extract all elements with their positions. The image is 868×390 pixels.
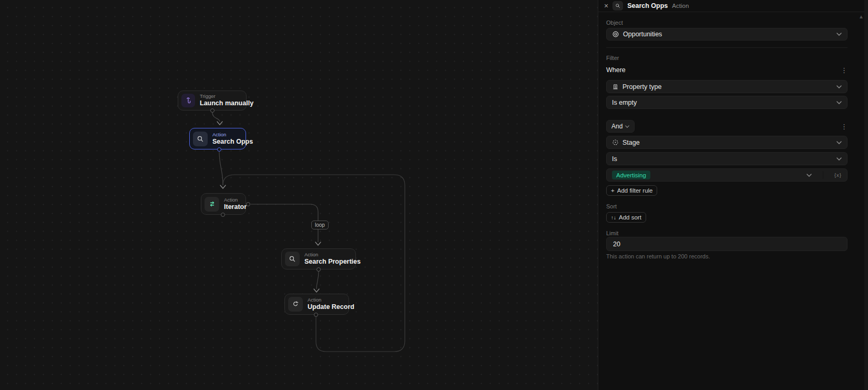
filter-operator-select[interactable]: Is empty [606,96,847,109]
plus-icon: + [611,187,615,194]
search-icon [193,132,208,146]
chevron-down-icon [836,33,842,36]
connector-handle[interactable] [217,147,221,152]
filter-operator-select[interactable]: Is [606,152,847,165]
limit-helper-text: This action can return up to 200 records… [606,253,710,259]
panel-header: × Search Opps Action [598,0,868,12]
value-tag: Advertising [612,171,650,179]
tap-icon [181,94,195,107]
chevron-down-icon [625,125,629,128]
object-select[interactable]: Opportunities [606,28,847,41]
object-section-label: Object [606,19,623,26]
filter-operator-value: Is empty [612,99,637,106]
filter-attribute-value: Stage [622,139,640,146]
kebab-menu-icon[interactable]: ⋮ [841,123,847,130]
divider [823,171,823,179]
node-iterator[interactable]: Action Iterator [201,193,246,215]
close-icon[interactable]: × [604,2,608,9]
sort-section-label: Sort [606,203,617,209]
add-filter-rule-button[interactable]: + Add filter rule [606,185,657,196]
add-sort-button[interactable]: ↑↓ Add sort [606,212,646,223]
node-title: Launch manually [200,99,253,108]
add-filter-rule-label: Add filter rule [617,187,653,194]
loop-icon [205,197,219,212]
conjunction-select[interactable]: And [606,120,635,133]
node-title: Search Properties [304,258,361,266]
action-config-panel: × Search Opps Action ▲ Object Opportunit… [598,0,868,390]
filter-value-select[interactable]: Advertising {x} [606,168,847,182]
action-search-chip [612,1,623,11]
loop-badge: loop [311,221,329,229]
opportunities-icon [612,31,619,38]
limit-section-label: Limit [606,230,618,236]
where-label: Where [606,66,626,74]
filter-operator-value: Is [612,155,617,163]
panel-title: Search Opps [627,2,668,9]
object-select-value: Opportunities [623,31,662,38]
panel-type-badge: Action [672,3,689,9]
panel-scrollbar[interactable] [864,0,868,390]
chevron-down-icon [836,85,842,88]
node-type-label: Trigger [200,93,253,99]
refresh-icon [288,297,303,312]
node-search-opps[interactable]: Action Search Opps [189,128,246,149]
connector-handle[interactable] [314,313,318,317]
scroll-up-icon[interactable]: ▲ [859,14,864,19]
node-type-label: Action [212,132,253,138]
conjunction-row: And ⋮ [606,120,847,133]
filter-attribute-select[interactable]: Property type [606,80,847,93]
chevron-down-icon [836,141,842,144]
conjunction-value: And [611,123,622,130]
node-search-properties[interactable]: Action Search Properties [281,248,356,269]
where-row: Where ⋮ [606,65,847,75]
limit-input[interactable] [606,237,847,251]
section-divider [606,47,847,48]
filter-section-label: Filter [606,55,619,61]
chevron-down-icon [836,157,842,161]
connector-handle[interactable] [316,267,321,272]
add-sort-label: Add sort [619,214,641,221]
node-update-record[interactable]: Action Update Record [284,294,349,315]
workflow-edges [0,0,598,390]
sort-updown-icon: ↑↓ [611,215,616,221]
stage-icon [612,139,619,146]
connector-handle[interactable] [210,108,215,113]
node-title: Search Opps [212,138,253,146]
node-type-label: Action [224,197,247,203]
filter-attribute-value: Property type [622,83,661,91]
property-type-icon [612,83,619,90]
connector-handle[interactable] [221,213,225,217]
chevron-down-icon [806,174,812,177]
node-type-label: Action [304,252,361,258]
workflow-canvas[interactable]: Trigger Launch manually Action Search Op… [0,0,598,390]
filter-attribute-select[interactable]: Stage [606,136,847,149]
chevron-down-icon [836,101,842,104]
variable-icon[interactable]: {x} [834,172,842,178]
connector-handle[interactable] [246,202,250,206]
node-title: Iterator [224,203,247,212]
node-title: Update Record [308,303,354,312]
search-icon [615,3,620,8]
node-launch-manually[interactable]: Trigger Launch manually [178,91,247,111]
kebab-menu-icon[interactable]: ⋮ [841,67,847,74]
search-icon [285,252,300,266]
node-type-label: Action [308,297,354,303]
